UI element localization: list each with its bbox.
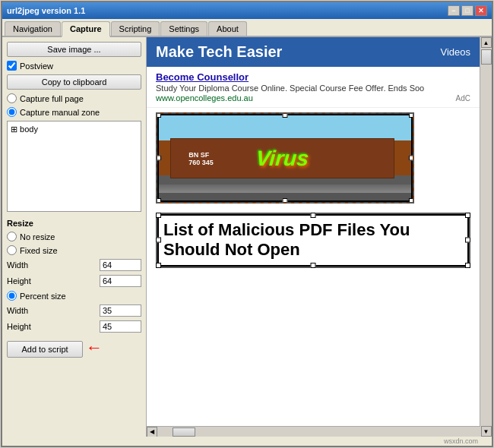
add-script-area: Add to script ← [7,338,141,358]
tab-settings[interactable]: Settings [160,21,207,36]
vertical-scrollbar[interactable]: ▲ ▼ [480,37,492,437]
graffiti-text: Virus [255,147,310,171]
window-controls: − □ ✕ [448,5,487,16]
tab-capture[interactable]: Capture [62,21,110,37]
scroll-up-button[interactable]: ▲ [481,37,492,48]
percent-size-label: Percent size [20,292,66,301]
percent-width-row: Width [7,304,141,317]
fixed-size-label: Fixed size [20,246,58,255]
train-text-number: 760 345 [188,159,214,166]
height-field-row: Height [7,275,141,287]
train-image: BN SF 760 345 Virus [156,112,414,203]
right-panel: ▲ ▼ Make Tech Easier Videos Become Couns… [147,37,492,437]
article-title-box: List of Malicious PDF Files You Should N… [156,213,470,268]
advertisement-block: Become Counsellor Study Your Diploma Cou… [147,67,480,108]
capture-manual-zone-row: Capture manual zone [7,107,141,117]
percent-size-row: Percent size [7,291,141,301]
tab-about[interactable]: About [208,21,247,36]
ad-description: Study Your Diploma Course Online. Specia… [156,84,424,93]
red-arrow-icon: ← [86,339,103,356]
article-handle-tm[interactable] [311,213,316,218]
ad-label: AdC [456,94,470,103]
dom-tree-box: ⊞ body [7,121,141,212]
tree-item-body-label: ⊞ body [11,125,38,134]
percent-width-label: Width [7,306,28,315]
window-title: url2jpeg version 1.1 [7,6,85,15]
percent-height-input[interactable] [100,320,141,333]
percent-size-radio[interactable] [7,291,17,301]
tab-scripting[interactable]: Scripting [111,21,160,36]
add-to-script-button[interactable]: Add to script [7,341,83,358]
title-bar: url2jpeg version 1.1 − □ ✕ [2,2,492,19]
train-image-wrapper: BN SF 760 345 Virus [147,108,480,208]
train-text: BN SF 760 345 [188,151,214,166]
no-resize-radio[interactable] [7,232,17,241]
capture-full-page-label: Capture full page [20,94,84,103]
horizontal-scrollbar[interactable]: ◀ ▶ [147,426,492,437]
tab-navigation[interactable]: Navigation [5,21,61,36]
resize-section-label: Resize [7,219,141,228]
article-handle-tl[interactable] [156,213,161,218]
percent-height-label: Height [7,322,31,331]
postview-checkbox-row: Postview [7,61,141,71]
site-header: Make Tech Easier Videos [147,37,480,67]
article-title: List of Malicious PDF Files You Should N… [163,220,463,260]
train-text-bn: BN SF [188,151,214,159]
minimize-button[interactable]: − [448,5,460,16]
tree-item-body[interactable]: ⊞ body [11,125,138,134]
height-label: Height [7,276,31,286]
percent-width-input[interactable] [100,304,141,317]
maximize-button[interactable]: □ [461,5,473,16]
no-resize-label: No resize [20,232,55,241]
article-handle-tr[interactable] [465,213,470,218]
fixed-size-row: Fixed size [7,245,141,255]
no-resize-row: No resize [7,232,141,241]
capture-manual-zone-radio[interactable] [7,107,17,117]
watermark: wsxdn.com [2,437,492,446]
ad-url: www.opencolleges.edu.au [156,93,253,103]
postview-label: Postview [20,62,53,71]
capture-full-page-row: Capture full page [7,93,141,103]
height-input[interactable] [100,275,141,287]
width-field-row: Width [7,259,141,271]
scroll-left-button[interactable]: ◀ [147,427,157,437]
fixed-size-radio[interactable] [7,245,17,255]
left-panel: Save image ... Postview Copy to clipboar… [2,37,147,437]
save-image-button[interactable]: Save image ... [7,42,141,57]
scroll-thumb[interactable] [481,49,492,65]
article-handle-mr[interactable] [465,238,470,243]
width-label: Width [7,260,28,270]
content-area: Save image ... Postview Copy to clipboar… [2,37,492,437]
capture-full-page-radio[interactable] [7,93,17,103]
width-input[interactable] [100,259,141,271]
capture-manual-zone-label: Capture manual zone [20,108,100,117]
train-car: BN SF 760 345 Virus [170,138,395,178]
postview-checkbox[interactable] [7,61,17,71]
main-window: url2jpeg version 1.1 − □ ✕ Navigation Ca… [1,1,493,447]
copy-clipboard-button[interactable]: Copy to clipboard [7,74,141,90]
article-handle-bm[interactable] [311,263,316,268]
ad-link[interactable]: Become Counsellor [156,71,470,83]
article-handle-ml[interactable] [156,238,161,243]
videos-label: Videos [440,46,470,58]
scroll-track [157,427,481,437]
site-title: Make Tech Easier [156,43,282,61]
close-button[interactable]: ✕ [475,5,487,16]
scroll-down-button[interactable]: ▼ [481,426,492,437]
article-handle-bl[interactable] [156,263,161,268]
article-handle-br[interactable] [465,263,470,268]
scroll-h-thumb[interactable] [173,427,195,437]
percent-height-row: Height [7,320,141,333]
train-image-inner: BN SF 760 345 Virus [157,114,413,202]
tab-bar: Navigation Capture Scripting Settings Ab… [2,19,492,37]
